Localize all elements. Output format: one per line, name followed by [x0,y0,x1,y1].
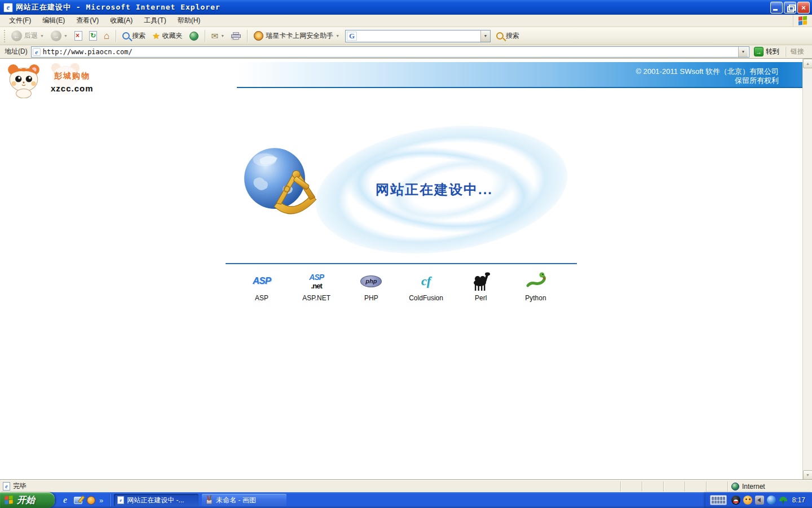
search-button[interactable]: 搜索 [119,29,149,43]
windows-flag-icon [5,496,13,505]
menu-tools[interactable]: 工具(T) [138,15,171,27]
tech-python[interactable]: Python [510,271,562,302]
scroll-down-icon[interactable]: ▼ [803,470,812,480]
under-construction-headline: 网站正在建设中... [376,181,493,199]
forward-icon: → [51,30,61,41]
search-icon [122,32,130,40]
toolbar-search-lens-icon [496,32,504,40]
status-pane [663,481,685,492]
menu-help[interactable]: 帮助(H) [172,15,206,27]
toolbar-separator [205,30,205,42]
favorites-label: 收藏夹 [162,31,183,41]
mail-dropdown-icon[interactable]: ▼ [220,34,224,38]
asp-icon: ASP [253,275,271,287]
refresh-icon: ↻ [89,31,97,41]
menu-favorites[interactable]: 收藏(A) [104,15,138,27]
forward-dropdown-icon[interactable]: ▼ [64,34,68,38]
hamster-logo [6,63,42,98]
tech-perl[interactable]: Perl [455,271,507,302]
status-pane [642,481,663,492]
site-domain[interactable]: xzcc.com [51,84,94,93]
home-icon: ⌂ [104,31,109,41]
back-label: 后退 [24,31,38,41]
task-button-ie[interactable]: e 网站正在建设中 -... [114,494,198,506]
status-pane [706,481,727,492]
home-button[interactable]: ⌂ [100,29,113,43]
rising-kaka-button[interactable]: 瑞星卡卡上网安全助手 ▼ [250,29,343,43]
favorites-button[interactable]: ★ 收藏夹 [149,29,186,43]
security-zone: Internet [727,481,812,492]
tech-asp-label: ASP [255,294,268,302]
tech-divider [226,263,577,264]
tray-qq-icon[interactable] [731,496,740,505]
perl-camel-icon [470,271,492,291]
stop-button[interactable]: × [71,29,86,43]
history-button[interactable] [186,29,202,43]
taskbar-clock[interactable]: 8:17 [792,496,807,504]
print-button[interactable] [228,30,244,42]
task-button-paint[interactable]: 未命名 - 画图 [202,494,286,506]
quicklaunch-kaka-icon[interactable] [86,496,96,505]
tech-aspnet-label: ASP.NET [302,294,330,302]
tech-aspnet[interactable]: ASP.net ASP.NET [290,271,342,302]
site-name[interactable]: 彭城购物 [54,71,90,81]
tech-coldfusion-label: ColdFusion [409,294,443,302]
scroll-up-icon[interactable]: ▲ [803,59,812,68]
task-ie-label: 网站正在建设中 -... [127,496,184,505]
coldfusion-icon: cf [421,274,431,288]
go-button[interactable]: → 转到 [752,46,783,58]
google-search-input[interactable] [358,30,480,42]
refresh-button[interactable]: ↻ [86,29,100,43]
toolbar-grip[interactable] [4,30,6,42]
address-url[interactable]: http://www.piaocn.com/ [43,48,133,56]
status-text: 完毕 [13,481,27,491]
address-dropdown-icon[interactable]: ▼ [738,47,748,57]
zone-label: Internet [742,483,765,491]
rising-lion-icon [254,31,263,41]
toolbar-search-go-button[interactable]: 搜索 [493,29,523,43]
address-bar: 地址(D) e http://www.piaocn.com/ ▼ → 转到 链接 [0,45,812,59]
links-bar[interactable]: 链接 [785,47,810,57]
tray-rising-sphere-icon[interactable] [767,496,776,505]
restore-button[interactable] [784,2,796,14]
tray-volume-icon[interactable] [755,496,764,505]
keyboard-input-icon[interactable] [710,495,727,505]
internet-zone-globe-icon [731,483,739,491]
copyright-line1: © 2001-2011 SWsoft 软件（北京）有限公司 [636,67,779,76]
tray-rising-umbrella-icon[interactable] [779,496,788,505]
ie-browser-window: e 网站正在建设中 - Microsoft Internet Explorer … [0,0,812,508]
show-desktop-icon[interactable] [73,496,83,505]
toolbar-search-label: 搜索 [506,31,519,41]
status-pane [685,481,706,492]
tech-php[interactable]: php PHP [345,271,397,302]
status-page-icon: e [3,482,10,491]
address-input[interactable]: e http://www.piaocn.com/ ▼ [31,46,749,58]
tech-asp[interactable]: ASP ASP [236,271,288,302]
back-button[interactable]: ← 后退 ▼ [8,28,47,43]
menu-file[interactable]: 文件(F) [3,15,37,27]
google-search-dropdown-icon[interactable]: ▼ [480,30,490,42]
task-paint-icon [205,496,213,504]
minimize-button[interactable] [770,2,783,14]
start-button[interactable]: 开始 [0,492,55,508]
php-icon: php [360,275,382,287]
close-button[interactable]: × [797,2,810,14]
vertical-scrollbar[interactable]: ▲ ▼ [802,59,812,480]
back-dropdown-icon[interactable]: ▼ [40,34,44,38]
toolbar-separator [247,30,248,42]
taskbar: 开始 e » e 网站正在建设中 -... 未命名 - 画图 8 [0,492,812,508]
address-label: 地址(D) [5,47,28,56]
quicklaunch-ie-icon[interactable]: e [60,496,70,505]
status-bar: e 完毕 Internet [0,480,812,492]
menu-edit[interactable]: 编辑(E) [37,15,70,27]
tray-kaka-smiley-icon[interactable] [743,496,752,505]
rising-dropdown-icon[interactable]: ▼ [336,34,339,38]
mail-button[interactable]: ✉ ▼ [208,29,228,42]
tech-python-label: Python [525,294,546,302]
copyright-line2: 保留所有权利 [636,76,779,85]
menu-view[interactable]: 查看(V) [70,15,104,27]
tech-coldfusion[interactable]: cf ColdFusion [400,271,452,302]
quicklaunch-overflow-chevron-icon[interactable]: » [99,496,103,505]
forward-button[interactable]: → ▼ [47,28,71,43]
search-label: 搜索 [132,31,145,41]
